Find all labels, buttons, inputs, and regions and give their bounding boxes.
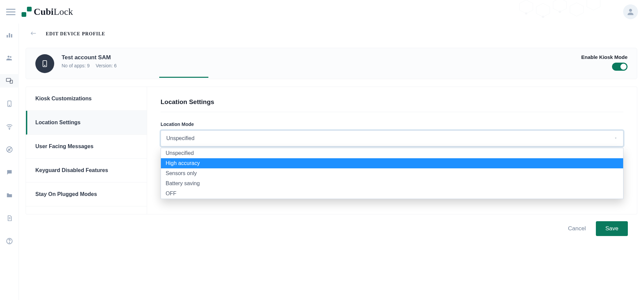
- svg-rect-10: [9, 33, 10, 38]
- active-tab-indicator: [159, 77, 208, 78]
- help-icon: [6, 237, 13, 245]
- chat-icon: [6, 169, 13, 176]
- brand-name-bold: Cubi: [34, 6, 54, 17]
- settings-side-nav: Kiosk Customizations Location Settings U…: [26, 87, 147, 214]
- nav-users[interactable]: [0, 51, 19, 65]
- nav-item-label: Stay On Plugged Modes: [35, 191, 97, 197]
- devices-icon: [5, 77, 13, 85]
- nav-messages[interactable]: [0, 166, 19, 179]
- option-label: High accuracy: [166, 160, 200, 166]
- logo-mark-icon: [22, 7, 32, 17]
- svg-rect-11: [11, 34, 12, 37]
- kiosk-mode-toggle[interactable]: [612, 63, 628, 71]
- panel-title: Location Settings: [161, 98, 623, 112]
- back-button[interactable]: [29, 30, 38, 38]
- option-label: OFF: [166, 191, 176, 196]
- profile-banner: Test account SAM No of apps: 9 Version: …: [26, 48, 637, 79]
- main-content: EDIT DEVICE PROFILE Test account SAM No …: [19, 24, 644, 300]
- user-avatar[interactable]: [623, 4, 638, 19]
- phone-icon: [41, 59, 48, 69]
- nav-wifi[interactable]: [0, 120, 19, 133]
- nav-item-keyguard-disabled[interactable]: Keyguard Disabled Features: [26, 159, 147, 182]
- svg-point-17: [9, 105, 10, 106]
- mobile-icon: [6, 100, 13, 107]
- svg-rect-9: [6, 35, 8, 37]
- nav-apps[interactable]: [0, 97, 19, 110]
- nav-item-label: Location Settings: [35, 120, 80, 125]
- top-bar: CubiLock: [0, 0, 644, 24]
- option-label: Battery saving: [166, 180, 200, 186]
- nav-item-label: User Facing Messages: [35, 143, 94, 149]
- svg-point-13: [10, 56, 11, 58]
- profile-apps-count: No of apps: 9: [62, 63, 90, 68]
- nav-item-label: Keyguard Disabled Features: [35, 167, 108, 173]
- nav-item-label: Kiosk Customizations: [35, 96, 92, 101]
- phone-blocked-icon: [6, 146, 13, 153]
- brand-name-light: Lock: [54, 6, 73, 17]
- profile-device-icon: [35, 54, 54, 73]
- cancel-button[interactable]: Cancel: [568, 225, 586, 232]
- chart-bar-icon: [6, 31, 13, 39]
- users-icon: [6, 54, 13, 62]
- chevron-down-icon: [614, 135, 618, 141]
- nav-item-user-facing-messages[interactable]: User Facing Messages: [26, 135, 147, 159]
- option-unspecified[interactable]: Unspecified: [161, 148, 623, 158]
- svg-point-24: [9, 242, 9, 243]
- select-selected-value: Unspecified: [166, 135, 195, 141]
- option-label: Sensors only: [166, 170, 197, 176]
- nav-reports[interactable]: [0, 211, 19, 225]
- option-label: Unspecified: [166, 150, 194, 156]
- user-icon: [626, 7, 635, 16]
- arrow-left-icon: [29, 30, 38, 36]
- document-icon: [6, 214, 13, 222]
- page-title: EDIT DEVICE PROFILE: [46, 31, 105, 37]
- wifi-icon: [6, 123, 13, 130]
- svg-point-0: [629, 9, 632, 12]
- location-mode-label: Location Mode: [161, 122, 623, 127]
- settings-container: Kiosk Customizations Location Settings U…: [26, 87, 637, 214]
- kiosk-mode-label: Enable Kiosk Mode: [581, 54, 628, 60]
- footer-actions: Cancel Save: [26, 214, 637, 244]
- brand-logo[interactable]: CubiLock: [22, 6, 73, 17]
- nav-dashboard[interactable]: [0, 28, 19, 42]
- left-nav-rail: [0, 24, 19, 300]
- location-mode-dropdown: Unspecified High accuracy Sensors only B…: [161, 148, 623, 199]
- option-high-accuracy[interactable]: High accuracy: [161, 158, 623, 168]
- nav-item-stay-on-plugged[interactable]: Stay On Plugged Modes: [26, 182, 147, 206]
- option-sensors-only[interactable]: Sensors only: [161, 168, 623, 178]
- settings-panel: Location Settings Location Mode Unspecif…: [147, 87, 637, 214]
- profile-version: Version: 6: [96, 63, 116, 68]
- folder-icon: [6, 192, 13, 199]
- option-battery-saving[interactable]: Battery saving: [161, 178, 623, 189]
- nav-block-calls[interactable]: [0, 143, 19, 156]
- nav-help[interactable]: [0, 234, 19, 248]
- nav-item-kiosk-customizations[interactable]: Kiosk Customizations: [26, 87, 147, 111]
- svg-line-20: [7, 148, 11, 152]
- svg-point-12: [7, 56, 9, 58]
- option-off[interactable]: OFF: [161, 189, 623, 199]
- nav-files[interactable]: [0, 189, 19, 202]
- page-header: EDIT DEVICE PROFILE: [19, 24, 644, 44]
- svg-point-18: [9, 129, 10, 129]
- location-mode-select[interactable]: Unspecified: [161, 130, 623, 146]
- menu-toggle-icon[interactable]: [6, 7, 15, 16]
- nav-item-location-settings[interactable]: Location Settings: [26, 111, 147, 135]
- nav-devices[interactable]: [0, 74, 19, 88]
- save-button[interactable]: Save: [596, 221, 628, 236]
- profile-name: Test account SAM: [62, 54, 117, 61]
- svg-point-27: [44, 65, 45, 66]
